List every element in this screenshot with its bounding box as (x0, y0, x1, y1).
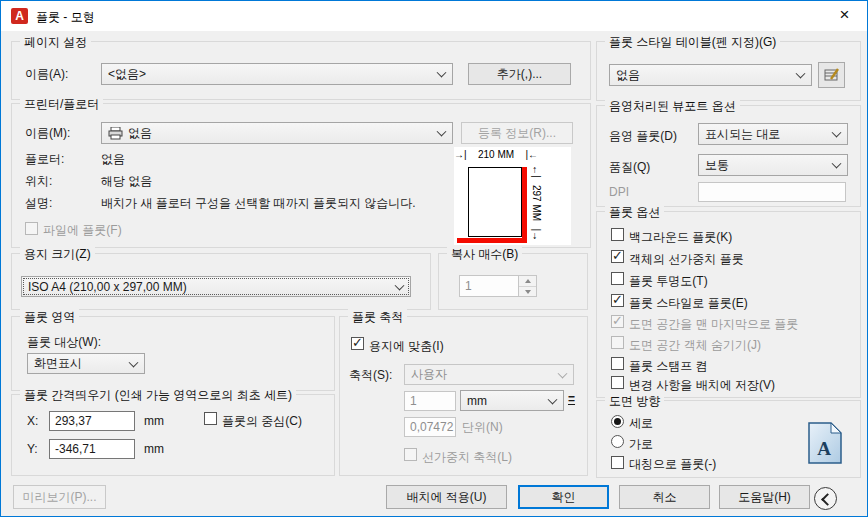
paper-size-select[interactable]: ISO A4 (210,00 x 297,00 MM) (21, 276, 411, 297)
offset-y-input[interactable]: -346,71 (49, 439, 135, 459)
checkbox-plot-stamp-on[interactable] (611, 357, 624, 370)
scale-numerator-input: 1 (404, 391, 456, 411)
plot-area-group-title: 플롯 영역 (20, 309, 79, 326)
chevron-down-icon (796, 69, 806, 79)
printer-name-select[interactable]: 없음 (101, 122, 453, 144)
paper-icon-letter: A (817, 438, 831, 459)
printer-group-title: 프린터/플로터 (20, 96, 103, 113)
checkbox-plot-with-plot-styles[interactable] (611, 294, 624, 307)
shaded-viewport-group-title: 음영처리된 뷰포트 옵션 (605, 98, 740, 115)
offset-y-label: Y: (27, 442, 38, 456)
dpi-input (698, 182, 846, 202)
paper-width-label: 210 MM (478, 149, 514, 160)
scale-denominator-input: 0,07472 (404, 417, 456, 437)
scale-unit-select[interactable]: mm (460, 390, 564, 411)
plot-scale-group-title: 플롯 축척 (348, 309, 407, 326)
apply-to-layout-button[interactable]: 배치에 적용(U) (386, 485, 507, 509)
paper-orientation-icon: A (807, 421, 843, 465)
fit-to-paper-label: 용지에 맞춤(I) (369, 338, 444, 355)
landscape-label: 가로 (629, 436, 653, 453)
plot-option-label: 플롯 스탬프 켬 (629, 358, 708, 375)
checkbox-plot-background[interactable] (611, 228, 624, 241)
scale-unit-value: mm (467, 394, 487, 408)
center-plot-checkbox[interactable] (204, 412, 217, 425)
scale-equals-sign: = (568, 392, 575, 406)
close-icon[interactable]: × (822, 1, 867, 31)
paper-height-label: 297 MM (531, 185, 542, 221)
printer-name-value: 없음 (128, 125, 152, 142)
quality-select[interactable]: 보통 (698, 154, 848, 176)
shade-plot-select[interactable]: 표시되는 대로 (698, 123, 848, 145)
plot-what-label: 플롯 대상(W): (27, 334, 101, 351)
help-button[interactable]: 도움말(H) (719, 485, 810, 509)
plot-to-file-label: 파일에 플롯(F) (43, 222, 122, 239)
dim-arrow-bottom: |→ (531, 228, 542, 241)
copies-input: 1 (459, 275, 519, 297)
chevron-down-icon (558, 368, 568, 378)
plot-to-file-checkbox (25, 222, 38, 235)
shade-plot-label: 음영 플롯(D) (609, 128, 677, 145)
landscape-radio[interactable] (611, 435, 624, 448)
portrait-radio[interactable] (611, 415, 624, 428)
scale-units-label: 단위(N) (462, 419, 503, 436)
plot-upside-down-label: 대칭으로 플롯(-) (629, 456, 716, 473)
ok-button[interactable]: 확인 (518, 485, 609, 509)
page-setup-name-label: 이름(A): (25, 66, 68, 83)
chevron-down-icon (437, 127, 447, 137)
offset-y-value: -346,71 (55, 442, 96, 456)
chevron-down-icon (129, 357, 139, 367)
plot-option-label: 플롯 스타일로 플롯(E) (629, 295, 748, 312)
printer-name-label: 이름(M): (25, 125, 70, 142)
checkbox-plot-paperspace-last (611, 315, 624, 328)
printable-area-edge-bottom (457, 238, 527, 243)
plot-upside-down-checkbox[interactable] (611, 456, 624, 469)
page-setup-name-value: <없음> (108, 66, 146, 83)
title-bar: A 플롯 - 모형 × (1, 1, 867, 31)
cancel-button[interactable]: 취소 (619, 485, 710, 509)
scale-numerator-value: 1 (410, 394, 417, 408)
autocad-logo-icon: A (11, 8, 28, 24)
checkbox-plot-transparency[interactable] (611, 272, 624, 285)
location-label: 위치: (25, 173, 52, 190)
printable-area-edge-right (522, 167, 527, 243)
dim-arrow-right: |← (525, 149, 538, 160)
plot-style-select[interactable]: 없음 (609, 64, 812, 86)
offset-x-label: X: (27, 414, 38, 428)
printer-icon (108, 127, 123, 140)
center-plot-label: 플롯의 중심(C) (222, 413, 302, 430)
fit-to-paper-checkbox[interactable] (351, 337, 364, 350)
chevron-down-icon (832, 128, 842, 138)
edit-plot-style-button[interactable] (818, 62, 845, 88)
plot-what-select[interactable]: 화면표시 (27, 353, 145, 374)
paper-preview: →| 210 MM |← ←| 297 MM |→ (454, 147, 571, 245)
checkbox-plot-object-lineweights[interactable] (611, 250, 624, 263)
stepper-up-icon (519, 276, 536, 287)
page-setup-name-select[interactable]: <없음> (101, 63, 453, 85)
less-options-button[interactable] (814, 487, 837, 510)
description-value: 배치가 새 플로터 구성을 선택할 때까지 플롯되지 않습니다. (101, 195, 416, 212)
plot-option-label: 플롯 투명도(T) (629, 273, 708, 290)
preview-button-label: 미리보기(P)... (23, 489, 97, 506)
ok-button-label: 확인 (552, 489, 576, 506)
offset-x-input[interactable]: 293,37 (49, 411, 135, 431)
description-label: 설명: (25, 195, 52, 212)
checkbox-save-changes-to-layout[interactable] (611, 376, 624, 389)
plot-option-label: 도면 공간을 맨 마지막으로 플롯 (629, 316, 798, 333)
copies-stepper (518, 275, 537, 297)
scale-denominator-value: 0,07472 (410, 420, 453, 434)
plot-what-value: 화면표시 (34, 355, 82, 372)
plotter-value: 없음 (101, 151, 125, 168)
plot-style-value: 없음 (616, 67, 640, 84)
scale-label: 축척(S): (349, 367, 392, 384)
chevron-down-icon (548, 394, 558, 404)
paper-size-value: ISO A4 (210,00 x 297,00 MM) (28, 280, 187, 294)
plot-option-label: 변경 사항을 배치에 저장(V) (629, 377, 775, 394)
orientation-group-title: 도면 방향 (605, 393, 664, 410)
copies-value: 1 (465, 279, 472, 293)
preview-button: 미리보기(P)... (13, 485, 106, 509)
apply-to-layout-button-label: 배치에 적용(U) (407, 489, 487, 506)
stepper-down-icon (519, 287, 536, 297)
quality-value: 보통 (705, 157, 729, 174)
add-page-setup-button[interactable]: 추가(,)... (468, 63, 571, 85)
offset-y-unit: mm (144, 442, 164, 456)
